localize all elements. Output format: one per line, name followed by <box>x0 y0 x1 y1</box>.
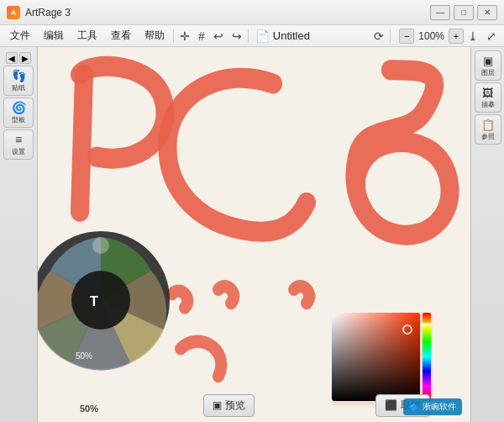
reference-button[interactable]: 📋 参照 <box>475 114 501 145</box>
menu-tools[interactable]: 工具 <box>71 27 104 45</box>
canvas-rotate-icon[interactable]: ⟳ <box>370 27 388 45</box>
bottom-bar: ▣ 预览 ⬛ 取样 <box>76 388 437 422</box>
watermark-text: 淅豌软件 <box>423 401 456 413</box>
menu-help[interactable]: 帮助 <box>138 27 171 45</box>
window-controls: — □ ✕ <box>430 5 497 20</box>
main-area: ◀ ▶ 👣 贴纸 🌀 型板 ≡ 设置 <box>0 47 504 422</box>
nav-right-arrow[interactable]: ▶ <box>19 52 31 64</box>
menu-file[interactable]: 文件 <box>3 27 37 45</box>
template-tool-button[interactable]: 🌀 型板 <box>3 98 34 128</box>
zoom-label: 100% <box>416 30 447 42</box>
menu-separator <box>173 29 174 43</box>
fit-button[interactable]: ⤓ <box>464 27 482 45</box>
zoom-minus-button[interactable]: − <box>399 29 414 44</box>
menu-separator3 <box>390 29 391 43</box>
sticker-icon: 👣 <box>12 69 26 82</box>
menu-view[interactable]: 查看 <box>104 27 138 45</box>
preview-button[interactable]: ▣ 预览 <box>203 394 255 417</box>
pickup-icon: ⬛ <box>385 399 397 411</box>
sticker-tool-button[interactable]: 👣 贴纸 <box>3 66 34 96</box>
zoom-plus-button[interactable]: + <box>449 29 464 44</box>
svg-rect-11 <box>421 323 433 326</box>
svg-point-1 <box>71 271 130 330</box>
zoom-area: − 100% + <box>399 29 464 44</box>
template-icon: 🌀 <box>12 101 26 114</box>
layers-icon: ▣ <box>483 55 493 67</box>
right-panel: ▣ 图层 🖼 描摹 📋 参照 <box>470 47 504 422</box>
nav-arrows: ◀ ▶ <box>6 52 31 64</box>
toolbar-undo-icon[interactable]: ↩ <box>209 27 228 45</box>
svg-point-2 <box>92 237 109 254</box>
layers-label: 图层 <box>481 68 495 77</box>
trace-button[interactable]: 🖼 描摹 <box>475 82 501 113</box>
trace-icon: 🖼 <box>482 87 493 99</box>
app-title: ArtRage 3 <box>25 7 430 18</box>
settings-tool-button[interactable]: ≡ 设置 <box>3 129 34 160</box>
reference-icon: 📋 <box>481 119 495 131</box>
maximize-button[interactable]: □ <box>454 5 474 20</box>
preview-icon: ▣ <box>213 399 222 411</box>
svg-text:T: T <box>90 294 98 309</box>
watermark: 🔷 淅豌软件 <box>403 398 462 415</box>
doc-title: Untitled <box>273 29 310 42</box>
toolbar-grid-icon[interactable]: # <box>194 27 209 45</box>
app-icon: A <box>7 6 20 19</box>
menubar: 文件 编辑 工具 查看 帮助 ✛ # ↩ ↪ 📄 Untitled ⟳ − 10… <box>0 25 504 47</box>
doc-icon: 📄 <box>255 29 270 43</box>
expand-button[interactable]: ⤢ <box>482 27 501 45</box>
settings-label: 设置 <box>12 147 25 156</box>
tool-wheel[interactable]: T 50% <box>38 229 172 372</box>
left-panel: ◀ ▶ 👣 贴纸 🌀 型板 ≡ 设置 <box>0 47 38 422</box>
doc-area: 📄 Untitled <box>255 29 310 43</box>
svg-text:50%: 50% <box>76 351 92 361</box>
layers-button[interactable]: ▣ 图层 <box>475 50 501 81</box>
preview-label: 预览 <box>225 398 245 413</box>
canvas-area[interactable]: T 50% <box>38 47 470 422</box>
reference-label: 参照 <box>481 132 495 141</box>
template-label: 型板 <box>12 115 25 124</box>
nav-left-arrow[interactable]: ◀ <box>6 52 18 64</box>
menu-edit[interactable]: 编辑 <box>37 27 71 45</box>
toolbar-redo-icon[interactable]: ↪ <box>228 27 246 45</box>
settings-icon: ≡ <box>15 133 22 146</box>
watermark-icon: 🔷 <box>409 403 419 412</box>
sticker-label: 贴纸 <box>12 83 25 92</box>
minimize-button[interactable]: — <box>430 5 450 20</box>
titlebar: A ArtRage 3 — □ ✕ <box>0 0 504 25</box>
trace-label: 描摹 <box>481 100 495 109</box>
close-button[interactable]: ✕ <box>477 5 497 20</box>
menu-separator2 <box>248 29 249 43</box>
toolbar-move-icon[interactable]: ✛ <box>176 27 194 45</box>
